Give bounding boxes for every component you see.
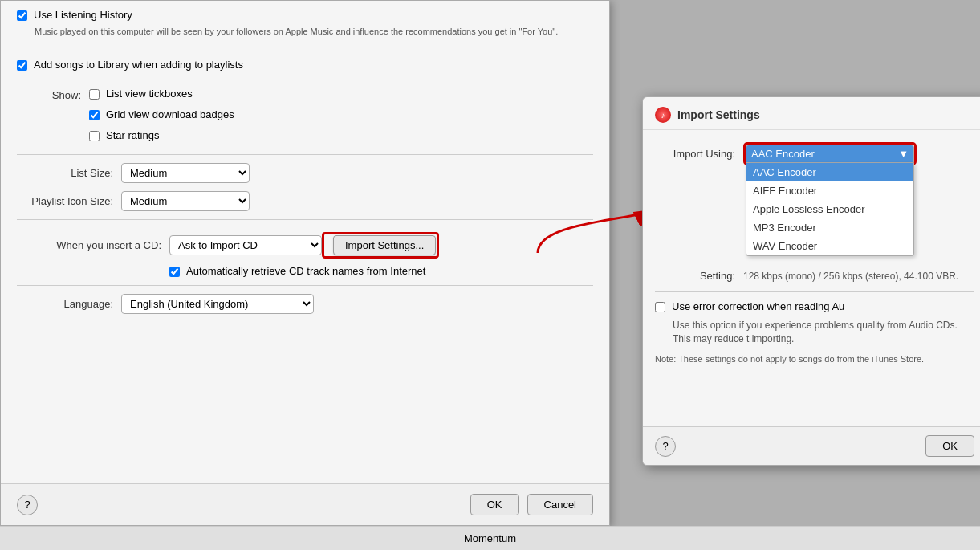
cd-row: When you insert a CD: Ask to Import CD I… (17, 232, 593, 259)
cd-label: When you insert a CD: (17, 239, 161, 251)
add-songs-label: Add songs to Library when adding to play… (34, 59, 243, 71)
star-ratings-row: Star ratings (89, 129, 234, 141)
auto-retrieve-label: Automatically retrieve CD track names fr… (186, 265, 425, 277)
list-size-row: List Size: Medium Small Large (17, 163, 593, 183)
add-songs-row: Add songs to Library when adding to play… (17, 59, 593, 71)
auto-retrieve-row: Automatically retrieve CD track names fr… (169, 265, 593, 277)
dropdown-item-aac[interactable]: AAC Encoder (746, 163, 913, 181)
setting-text: 128 kbps (mono) / 256 kbps (stereo), 44.… (743, 270, 958, 283)
cd-action-select[interactable]: Ask to Import CD Import CD Import CD and… (169, 235, 322, 255)
add-songs-checkbox[interactable] (17, 60, 27, 71)
listening-history-row: Use Listening History (17, 9, 593, 21)
setting-row: Setting: 128 kbps (mono) / 256 kbps (ste… (655, 270, 974, 283)
import-dialog-title-text: Import Settings (677, 108, 760, 121)
itunes-icon: ♪ (655, 107, 671, 123)
star-ratings-checkbox[interactable] (89, 131, 100, 141)
show-section: Show: List view tickboxes Grid view down… (17, 88, 593, 146)
separator-3 (17, 219, 593, 220)
import-using-dropdown-list: AAC Encoder AIFF Encoder Apple Lossless … (746, 163, 914, 256)
auto-retrieve-checkbox[interactable] (169, 267, 180, 277)
import-using-value: AAC Encoder (751, 148, 815, 160)
import-note: Note: These settings do not apply to son… (655, 353, 974, 365)
bottom-momentum-text: Momentum (464, 532, 516, 544)
language-label: Language: (17, 298, 113, 310)
import-using-selected[interactable]: AAC Encoder ▼ (746, 145, 914, 163)
list-size-select[interactable]: Medium Small Large (121, 163, 250, 183)
dropdown-item-apple-lossless[interactable]: Apple Lossless Encoder (746, 200, 913, 218)
grid-view-badges-row: Grid view download badges (89, 108, 234, 120)
separator-1 (17, 79, 593, 79)
import-using-dropdown-wrap: AAC Encoder ▼ AAC Encoder AIFF Encoder A… (746, 145, 914, 163)
star-ratings-label: Star ratings (106, 129, 159, 141)
import-settings-button[interactable]: Import Settings... (333, 235, 436, 255)
import-ok-button[interactable]: OK (925, 435, 974, 457)
show-label: Show: (17, 88, 81, 101)
import-dialog-footer: ? OK (643, 426, 980, 465)
separator-2 (17, 154, 593, 155)
listening-history-hint: Music played on this computer will be se… (35, 26, 593, 38)
playlist-icon-size-select[interactable]: Medium Small Large (121, 191, 250, 211)
listening-history-section: Use Listening History Music played on th… (17, 9, 593, 52)
bottom-bar: Momentum (0, 526, 980, 550)
error-correction-checkbox[interactable] (655, 302, 665, 312)
list-view-tickboxes-row: List view tickboxes (89, 88, 234, 100)
show-options: List view tickboxes Grid view download b… (89, 88, 234, 146)
dropdown-item-aiff[interactable]: AIFF Encoder (746, 181, 913, 200)
preferences-dialog: Use Listening History Music played on th… (0, 0, 610, 526)
prefs-ok-button[interactable]: OK (470, 494, 519, 515)
separator-4 (17, 285, 593, 286)
error-correction-row: Use error correction when reading Au (655, 300, 974, 312)
import-using-highlight: AAC Encoder ▼ AAC Encoder AIFF Encoder A… (743, 142, 917, 165)
prefs-dialog-footer: ? OK Cancel (1, 483, 609, 525)
import-separator (655, 291, 974, 292)
language-select[interactable]: English (United Kingdom) English (United… (121, 294, 314, 314)
error-correction-hint: Use this option if you experience proble… (673, 319, 974, 346)
import-settings-highlight: Import Settings... (322, 232, 439, 259)
prefs-help-button[interactable]: ? (17, 495, 38, 515)
import-help-button[interactable]: ? (655, 436, 676, 457)
listening-history-checkbox[interactable] (17, 10, 27, 21)
dropdown-item-wav[interactable]: WAV Encoder (746, 237, 913, 255)
list-size-label: List Size: (17, 167, 113, 179)
grid-view-badges-checkbox[interactable] (89, 110, 100, 120)
ok-cancel-buttons: OK Cancel (470, 494, 593, 515)
import-settings-dialog: ♪ Import Settings Import Using: AAC Enco… (642, 96, 980, 466)
playlist-icon-size-label: Playlist Icon Size: (17, 195, 113, 207)
setting-label: Setting: (655, 270, 735, 282)
grid-view-badges-label: Grid view download badges (106, 108, 234, 120)
playlist-icon-size-row: Playlist Icon Size: Medium Small Large (17, 191, 593, 211)
import-dialog-title: ♪ Import Settings (643, 97, 980, 130)
error-correction-label: Use error correction when reading Au (672, 300, 844, 312)
import-dialog-body: Import Using: AAC Encoder ▼ AAC Encoder … (643, 130, 980, 378)
dropdown-arrow-icon: ▼ (898, 148, 909, 160)
list-view-tickboxes-label: List view tickboxes (106, 88, 193, 100)
list-view-tickboxes-checkbox[interactable] (89, 89, 100, 100)
dropdown-item-mp3[interactable]: MP3 Encoder (746, 218, 913, 237)
import-using-label: Import Using: (655, 148, 735, 160)
listening-history-label: Use Listening History (34, 9, 132, 21)
prefs-cancel-button[interactable]: Cancel (527, 494, 593, 515)
import-using-row: Import Using: AAC Encoder ▼ AAC Encoder … (655, 142, 974, 165)
language-row: Language: English (United Kingdom) Engli… (17, 294, 593, 314)
